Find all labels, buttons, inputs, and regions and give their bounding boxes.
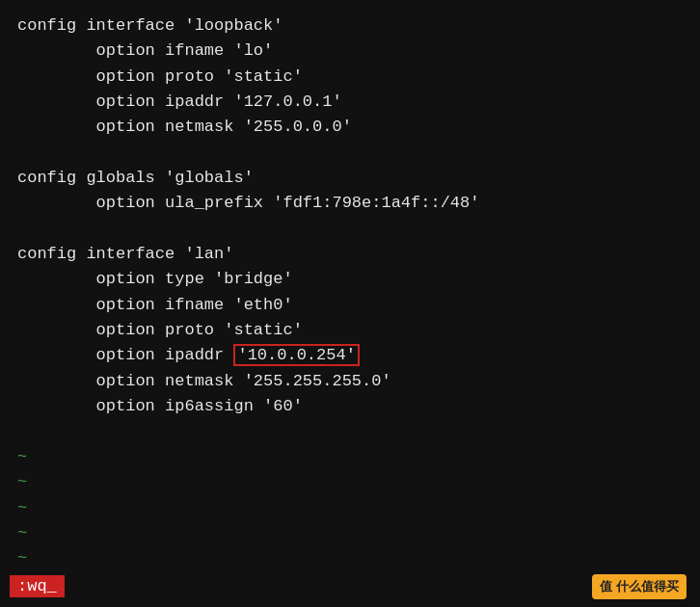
line-16: option ip6assign '60' xyxy=(17,394,683,419)
line-15: option netmask '255.255.255.0' xyxy=(17,369,683,394)
terminal: config interface 'loopback' option ifnam… xyxy=(0,0,700,607)
line-18-tilde: ~ xyxy=(17,445,683,470)
line-19-tilde: ~ xyxy=(17,470,683,495)
line-1: config interface 'loopback' xyxy=(17,13,683,39)
watermark: 值 什么值得买 xyxy=(592,574,687,599)
line-8: option ula_prefix 'fdf1:798e:1a4f::/48' xyxy=(17,191,683,216)
line-3: option proto 'static' xyxy=(17,65,683,90)
ip-highlight: '10.0.0.254' xyxy=(233,344,359,366)
line-9-blank xyxy=(17,217,683,242)
line-11: option type 'bridge' xyxy=(17,267,683,292)
line-20-tilde: ~ xyxy=(17,496,683,521)
line-4: option ipaddr '127.0.0.1' xyxy=(17,90,683,115)
line-6-blank xyxy=(17,141,683,166)
line-13: option proto 'static' xyxy=(17,318,683,343)
line-2: option ifname 'lo' xyxy=(17,39,683,64)
line-14-highlight: option ipaddr '10.0.0.254' xyxy=(17,343,683,368)
line-12: option ifname 'eth0' xyxy=(17,293,683,318)
status-bar: :wq_ xyxy=(10,575,65,597)
line-5: option netmask '255.0.0.0' xyxy=(17,115,683,140)
line-17-blank xyxy=(17,420,683,445)
line-21-tilde: ~ xyxy=(17,521,683,546)
line-7: config globals 'globals' xyxy=(17,166,683,191)
line-22-tilde: ~ xyxy=(17,546,683,571)
line-10: config interface 'lan' xyxy=(17,242,683,267)
